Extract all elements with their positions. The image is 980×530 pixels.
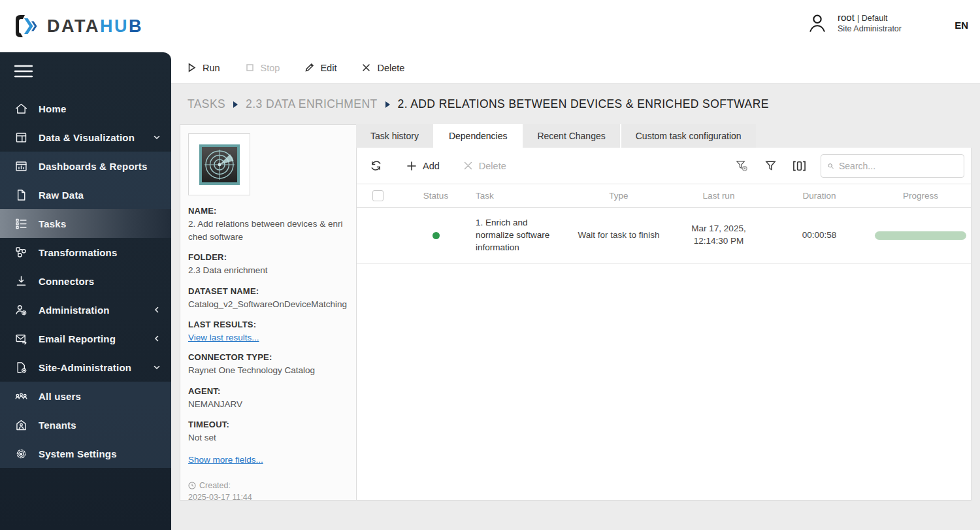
- status-success-dot: [433, 232, 440, 239]
- task-image: [188, 133, 250, 195]
- datahub-logo-icon: [12, 12, 41, 41]
- clear-filter-button[interactable]: [734, 159, 749, 173]
- task-folder-value: 2.3 Data enrichment: [188, 264, 345, 277]
- dashboards-icon: [14, 159, 28, 173]
- table-row[interactable]: 1. Enrich and normalize software informa…: [357, 208, 971, 264]
- row-type-cell: Wait for task to finish: [568, 229, 669, 242]
- task-action-toolbar: Run Stop Edit Delete: [171, 52, 980, 84]
- tab-strip: Task history Dependencies Recent Changes…: [356, 124, 972, 148]
- breadcrumb-current-task: 2. ADD RELATIONS BETWEEN DEVICES & ENRIC…: [398, 97, 769, 111]
- run-button[interactable]: Run: [187, 63, 220, 73]
- run-icon: [187, 63, 197, 73]
- logo-wordmark: DATAHUB: [47, 16, 143, 37]
- timeout-value: Not set: [188, 431, 345, 444]
- breadcrumb-folder[interactable]: 2.3 DATA ENRICHMENT: [246, 97, 377, 111]
- clear-filter-icon: [735, 159, 749, 173]
- sidebar-item-data-visualization[interactable]: Data & Visualization: [0, 123, 171, 152]
- sidebar-item-tenants[interactable]: Tenants: [0, 410, 171, 439]
- x-icon: [463, 161, 473, 171]
- progress-bar: [875, 231, 966, 240]
- tab-task-history[interactable]: Task history: [356, 124, 433, 148]
- sidebar-item-site-administration[interactable]: Site-Administration: [0, 353, 171, 382]
- sidebar-item-email-reporting[interactable]: Email Reporting: [0, 324, 171, 353]
- dataset-name-value: Catalog_v2_SoftwareOnDeviceMatching: [188, 298, 345, 311]
- tasks-icon: [14, 217, 28, 231]
- column-chooser-button[interactable]: [792, 159, 806, 173]
- datahub-logo[interactable]: DATAHUB: [12, 12, 143, 41]
- dependencies-grid: Add Delete: [356, 148, 972, 501]
- chevron-down-icon: [153, 133, 161, 141]
- tab-dependencies[interactable]: Dependencies: [433, 124, 522, 148]
- hamburger-menu-icon[interactable]: [14, 64, 33, 78]
- breadcrumb-arrow-icon: [233, 101, 238, 108]
- tab-custom-task-configuration[interactable]: Custom task configuration: [620, 124, 756, 148]
- email-icon: [14, 332, 28, 346]
- sidebar-item-all-users[interactable]: All users: [0, 382, 171, 410]
- sidebar-item-transformations[interactable]: Transformations: [0, 238, 171, 267]
- chevron-left-icon: [153, 335, 161, 342]
- search-input[interactable]: [839, 161, 957, 171]
- column-header-status[interactable]: Status: [399, 191, 473, 201]
- plus-icon: [406, 161, 417, 171]
- row-last-run-cell: Mar 17, 2025, 12:14:30 PM: [669, 223, 768, 248]
- sidebar-item-tasks[interactable]: Tasks: [0, 209, 171, 238]
- row-task-cell: 1. Enrich and normalize software informa…: [473, 217, 568, 254]
- row-duration-cell: 00:00:58: [768, 229, 870, 242]
- site-administration-submenu: All users Tenants System Settings: [0, 382, 171, 468]
- tenant-house-icon: [14, 418, 28, 432]
- sidebar-item-dashboards-reports[interactable]: Dashboards & Reports: [0, 152, 171, 180]
- breadcrumb-arrow-icon: [385, 101, 390, 108]
- stop-button[interactable]: Stop: [245, 63, 280, 73]
- column-header-task[interactable]: Task: [473, 191, 568, 201]
- field-timeout: TIMEOUT: Not set: [188, 420, 347, 444]
- sidebar-item-system-settings[interactable]: System Settings: [0, 439, 171, 468]
- connector-type-value: Raynet One Technology Catalog: [188, 364, 345, 377]
- breadcrumb: TASKS 2.3 DATA ENRICHMENT 2. ADD RELATIO…: [171, 84, 980, 111]
- search-box: [821, 154, 964, 178]
- search-icon: [828, 161, 834, 171]
- column-header-type[interactable]: Type: [568, 191, 669, 201]
- refresh-icon: [370, 159, 382, 172]
- column-header-duration[interactable]: Duration: [768, 191, 870, 201]
- column-chooser-icon: [792, 160, 806, 172]
- row-progress-cell: [870, 231, 971, 240]
- tab-recent-changes[interactable]: Recent Changes: [521, 124, 619, 148]
- sidebar-item-administration[interactable]: Administration: [0, 295, 171, 324]
- delete-dependency-button[interactable]: Delete: [463, 161, 506, 171]
- sidebar-item-raw-data[interactable]: Raw Data: [0, 180, 171, 209]
- view-last-results-link[interactable]: View last results...: [188, 333, 259, 342]
- column-header-last-run[interactable]: Last run: [669, 191, 768, 201]
- add-dependency-button[interactable]: Add: [406, 161, 440, 171]
- delete-button[interactable]: Delete: [361, 63, 404, 73]
- row-status-cell: [399, 232, 473, 239]
- sidebar-nav: Home Data & Visualization Dashboards & R…: [0, 52, 171, 530]
- user-menu[interactable]: root | Default Site Administrator: [806, 12, 902, 34]
- top-header: DATAHUB root | Default Site Administrato…: [0, 0, 980, 52]
- column-header-progress[interactable]: Progress: [870, 191, 971, 201]
- breadcrumb-tasks[interactable]: TASKS: [188, 97, 225, 111]
- field-show-more: Show more fields...: [188, 454, 347, 465]
- sidebar-item-connectors[interactable]: Connectors: [0, 267, 171, 295]
- sidebar-item-home[interactable]: Home: [0, 94, 171, 123]
- data-visualization-submenu: Dashboards & Reports Raw Data: [0, 152, 171, 209]
- main-area: Run Stop Edit Delete TASKS 2.3 DATA ENRI…: [171, 52, 980, 530]
- refresh-button[interactable]: [368, 159, 383, 173]
- stop-icon: [245, 63, 255, 73]
- clock-icon: [188, 482, 196, 489]
- created-date: 2025-03-17 11:44: [188, 491, 347, 501]
- connectors-download-icon: [14, 274, 28, 288]
- site-administration-icon: [14, 361, 28, 374]
- created-info: Created: 2025-03-17 11:44 root: [188, 480, 347, 501]
- edit-button[interactable]: Edit: [304, 63, 336, 73]
- data-visualization-icon: [14, 131, 28, 144]
- show-more-fields-link[interactable]: Show more fields...: [188, 455, 263, 465]
- user-avatar-icon: [806, 12, 828, 34]
- filter-button[interactable]: [763, 159, 777, 173]
- filter-funnel-icon: [764, 159, 777, 172]
- field-folder: FOLDER: 2.3 Data enrichment: [188, 252, 347, 277]
- language-selector[interactable]: EN: [955, 20, 968, 31]
- user-role: Site Administrator: [838, 24, 902, 35]
- agent-value: NEMANJARV: [188, 398, 345, 411]
- select-all-checkbox[interactable]: [372, 190, 384, 201]
- gear-icon: [14, 447, 28, 461]
